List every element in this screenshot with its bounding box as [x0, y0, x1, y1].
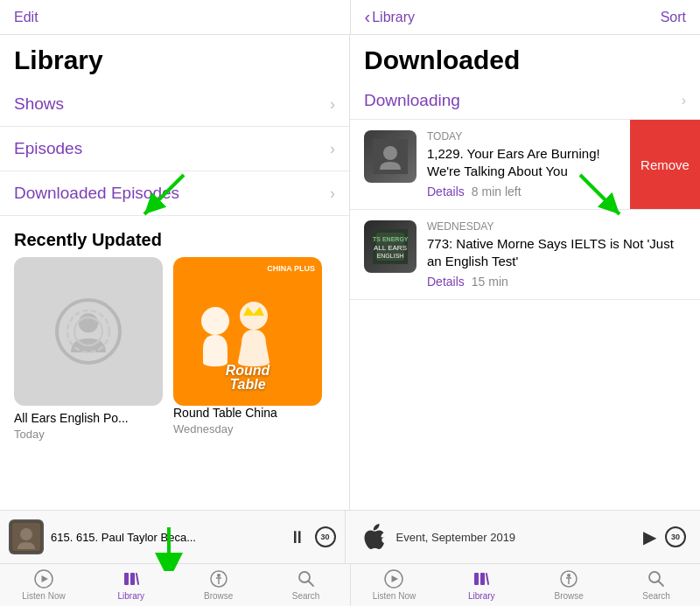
right-now-playing-bar[interactable]: Event, September 2019 ▶ 30 — [346, 511, 701, 563]
shows-chevron-icon: › — [330, 95, 335, 114]
svg-line-29 — [308, 582, 313, 587]
right-tab-search[interactable]: Search — [612, 564, 700, 606]
left-panel: Library Shows › Episodes › Downloaded Ep… — [0, 35, 350, 510]
library-label-right: Library — [468, 591, 495, 601]
right-tab-listen-now[interactable]: Listen Now — [351, 564, 438, 606]
episode-day-1: TODAY — [427, 130, 616, 143]
downloading-label: Downloading — [364, 91, 460, 110]
right-tab-browse[interactable]: Browse — [525, 564, 612, 606]
episodes-label: Episodes — [14, 139, 82, 158]
listen-now-icon-right — [384, 569, 403, 589]
browse-label-right: Browse — [555, 591, 584, 601]
back-button[interactable]: ‹ Library — [365, 7, 416, 27]
pause-button[interactable]: ⏸ — [289, 527, 306, 547]
library-icon-right — [472, 569, 491, 589]
svg-point-25 — [217, 574, 220, 577]
episode-row-2[interactable]: IELTS ENERGY 7+ ALL EARS ENGLISH WEDNESD… — [350, 210, 700, 300]
svg-marker-31 — [392, 575, 399, 582]
podcast-thumb-round-table: CHINA PLUS — [173, 257, 322, 406]
episode-thumb-1 — [364, 130, 416, 183]
listen-now-icon-left — [34, 569, 53, 589]
right-play-button[interactable]: ▶ — [643, 526, 656, 547]
right-skip-forward-button[interactable]: 30 — [665, 526, 686, 547]
edit-button[interactable]: Edit — [14, 10, 38, 25]
episode-meta-1: Details 8 min left — [427, 185, 616, 199]
shows-menu-item[interactable]: Shows › — [0, 82, 349, 127]
skip-forward-icon: 30 — [320, 533, 329, 541]
downloaded-chevron-icon: › — [330, 185, 335, 203]
svg-rect-22 — [130, 573, 135, 585]
search-label-right: Search — [642, 591, 670, 601]
now-playing-bars: 615. 615. Paul Taylor Beca... ⏸ 30 Event… — [0, 510, 700, 563]
svg-text:ENGLISH: ENGLISH — [377, 253, 404, 259]
podcast-card-title-round-table: Round Table China — [173, 406, 322, 421]
svg-point-18 — [20, 528, 32, 540]
left-now-playing-bar[interactable]: 615. 615. Paul Taylor Beca... ⏸ 30 — [0, 511, 346, 563]
left-now-playing-title: 615. 615. Paul Taylor Beca... — [51, 531, 282, 544]
search-icon-right — [647, 569, 666, 589]
episode-thumb-2: IELTS ENERGY 7+ ALL EARS ENGLISH — [364, 220, 416, 273]
left-tab-listen-now[interactable]: Listen Now — [0, 564, 88, 606]
back-label: Library — [372, 10, 415, 25]
podcast-card-all-ears[interactable]: All Ears English Po... Today — [14, 257, 163, 441]
downloading-chevron-icon: › — [682, 93, 686, 108]
svg-rect-34 — [486, 573, 489, 585]
episode-art-1 — [373, 139, 408, 174]
right-panel: Downloaded Downloading › — [350, 35, 700, 510]
left-tab-bar: Listen Now Library Browse — [0, 564, 351, 606]
recently-updated-section-title: Recently Updated — [0, 216, 349, 257]
episode-content-2: IELTS ENERGY 7+ ALL EARS ENGLISH WEDNESD… — [350, 210, 700, 299]
browse-label-left: Browse — [204, 591, 233, 601]
downloaded-episodes-label: Downloaded Episodes — [14, 184, 179, 203]
right-skip-icon: 30 — [671, 533, 680, 541]
svg-marker-20 — [41, 575, 48, 582]
skip-forward-button[interactable]: 30 — [315, 526, 336, 547]
right-tab-library[interactable]: Library — [438, 564, 525, 606]
listen-now-label-right: Listen Now — [373, 591, 416, 601]
left-tab-library[interactable]: Library — [88, 564, 175, 606]
svg-line-40 — [659, 582, 664, 587]
svg-point-36 — [567, 574, 570, 577]
library-label-left: Library — [118, 591, 145, 601]
remove-button[interactable]: Remove — [630, 120, 700, 209]
episode-title-2: 773: Native Morne Says IELTS is Not 'Jus… — [427, 235, 686, 269]
china-plus-badge: CHINA PLUS — [267, 264, 315, 274]
episode-row-1[interactable]: TODAY 1,229. Your Ears Are Burning! We'r… — [350, 120, 700, 210]
right-now-playing-info: Event, September 2019 — [396, 531, 635, 544]
apple-icon — [362, 524, 385, 550]
left-now-playing-thumb — [9, 519, 44, 554]
downloaded-title: Downloaded — [364, 45, 686, 75]
svg-point-7 — [383, 146, 397, 160]
svg-rect-32 — [474, 573, 479, 585]
library-title: Library — [14, 45, 335, 75]
svg-rect-21 — [124, 573, 129, 585]
downloading-row[interactable]: Downloading › — [350, 82, 700, 120]
episodes-chevron-icon: › — [330, 140, 335, 158]
episodes-menu-item[interactable]: Episodes › — [0, 127, 349, 171]
podcast-card-subtitle-round-table: Wednesday — [173, 422, 322, 435]
episode-art-2: IELTS ENERGY 7+ ALL EARS ENGLISH — [373, 229, 408, 264]
episode-info-1: TODAY 1,229. Your Ears Are Burning! We'r… — [427, 130, 616, 199]
svg-point-1 — [79, 313, 98, 332]
library-header: Library — [0, 35, 349, 82]
recently-updated-grid: All Ears English Po... Today CHINA PLUS — [0, 257, 349, 441]
sort-button[interactable]: Sort — [661, 10, 686, 25]
left-tab-search[interactable]: Search — [262, 564, 350, 606]
episode-time-1: 8 min left — [472, 185, 522, 199]
left-tab-browse[interactable]: Browse — [175, 564, 262, 606]
episode-info-2: WEDNESDAY 773: Native Morne Says IELTS i… — [427, 220, 686, 289]
podcast-card-title-all-ears: All Ears English Po... — [14, 411, 163, 426]
downloaded-episodes-menu-item[interactable]: Downloaded Episodes › — [0, 171, 349, 216]
search-icon-left — [297, 569, 316, 589]
episode-details-link-2[interactable]: Details — [427, 275, 465, 289]
listen-now-label-left: Listen Now — [22, 591, 65, 601]
episode-title-1: 1,229. Your Ears Are Burning! We're Talk… — [427, 145, 616, 179]
episode-details-link-1[interactable]: Details — [427, 185, 465, 199]
apple-logo-icon — [360, 523, 388, 551]
right-now-playing-controls: ▶ 30 — [643, 526, 686, 547]
episode-meta-2: Details 15 min — [427, 275, 686, 289]
episode-day-2: WEDNESDAY — [427, 220, 686, 233]
right-tab-bar: Listen Now Library Browse — [351, 564, 701, 606]
podcast-card-round-table[interactable]: CHINA PLUS — [173, 257, 322, 441]
podcast-icon — [53, 296, 123, 366]
